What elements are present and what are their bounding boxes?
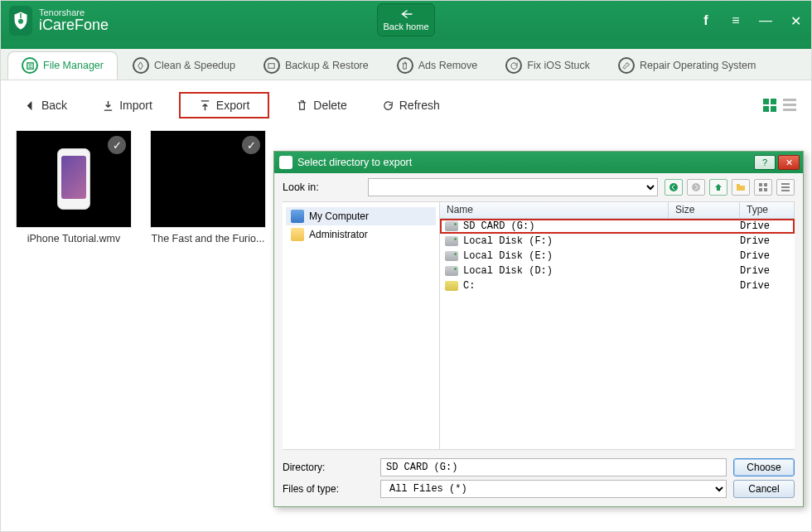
export-dialog: Select directory to export ? ✕ Look in: …	[273, 151, 804, 507]
refresh-button[interactable]: Refresh	[374, 95, 448, 115]
row-name: SD CARD (G:)	[463, 220, 669, 232]
close-button[interactable]: ✕	[788, 13, 803, 29]
tab-label: Ads Remove	[418, 60, 478, 71]
list-row[interactable]: SD CARD (G:) Drive	[440, 219, 795, 234]
directory-row: Directory: Choose	[283, 458, 795, 476]
file-item[interactable]: ✓ The Fast and the Furio...	[150, 130, 266, 244]
nav-forward-icon[interactable]	[687, 179, 705, 196]
minimize-button[interactable]: —	[758, 13, 773, 28]
thumbnail-frame: ✓	[16, 130, 132, 228]
facebook-icon[interactable]: f	[698, 13, 713, 28]
wrench-icon	[618, 57, 635, 74]
dialog-body: My Computer Administrator Name Size Type…	[283, 201, 795, 450]
list-rows: SD CARD (G:) Drive Local Disk (F:) Drive…	[440, 219, 795, 449]
cancel-button[interactable]: Cancel	[733, 480, 795, 498]
folder-icon	[291, 228, 304, 241]
tab-label: Backup & Restore	[285, 60, 369, 71]
tree-label: My Computer	[309, 210, 369, 222]
dialog-title: Select directory to export	[297, 157, 412, 168]
list-header: Name Size Type	[440, 202, 795, 219]
file-item[interactable]: ✓ iPhone Tutorial.wmv	[16, 130, 132, 244]
nav-up-icon[interactable]	[709, 179, 727, 196]
trash-icon	[397, 57, 413, 74]
backup-icon	[263, 57, 280, 74]
view-list-icon[interactable]	[776, 179, 795, 196]
filetype-select[interactable]: All Files (*)	[380, 480, 727, 498]
tree-administrator[interactable]: Administrator	[286, 225, 436, 244]
directory-input[interactable]	[380, 458, 727, 476]
import-label: Import	[119, 99, 152, 112]
drive-icon	[445, 251, 458, 261]
row-type: Drive	[740, 220, 795, 232]
list-row[interactable]: C: Drive	[440, 278, 795, 293]
svg-rect-9	[764, 188, 767, 191]
app-logo	[9, 6, 32, 36]
col-type[interactable]: Type	[740, 202, 795, 218]
svg-rect-5	[737, 184, 740, 186]
tab-fix-ios-stuck[interactable]: Fix iOS Stuck	[492, 51, 603, 80]
title-controls: f ≡ — ✕	[698, 13, 803, 29]
row-name: C:	[463, 280, 669, 292]
delete-button[interactable]: Delete	[288, 95, 355, 115]
view-grid-icon[interactable]	[754, 179, 772, 196]
tree-label: Administrator	[309, 229, 368, 240]
row-type: Drive	[740, 235, 795, 247]
drive-icon	[445, 236, 458, 246]
brand-block: Tenorshare iCareFone	[39, 8, 109, 34]
list-row[interactable]: Local Disk (F:) Drive	[440, 234, 795, 249]
tab-ads-remove[interactable]: Ads Remove	[384, 51, 491, 80]
file-manager-icon	[22, 57, 38, 74]
nav-back-icon[interactable]	[665, 179, 683, 196]
lookin-select[interactable]	[368, 178, 658, 196]
col-name[interactable]: Name	[440, 202, 669, 218]
drive-icon	[445, 266, 458, 276]
import-button[interactable]: Import	[94, 95, 161, 115]
computer-icon	[291, 210, 304, 223]
row-name: Local Disk (D:)	[463, 265, 669, 277]
phone-mock-icon	[57, 148, 90, 210]
svg-rect-6	[759, 183, 762, 186]
svg-point-3	[692, 183, 700, 191]
brand-name: iCareFone	[39, 17, 109, 34]
tab-clean-speedup[interactable]: Clean & Speedup	[119, 51, 249, 80]
check-icon[interactable]: ✓	[242, 136, 260, 154]
back-button[interactable]: Back	[16, 95, 75, 115]
back-label: Back	[41, 99, 67, 112]
tab-backup-restore[interactable]: Backup & Restore	[250, 51, 382, 80]
menu-icon[interactable]: ≡	[728, 13, 743, 28]
row-name: Local Disk (E:)	[463, 250, 669, 262]
tab-file-manager[interactable]: File Manager	[7, 51, 118, 80]
lookin-label: Look in:	[283, 181, 361, 193]
new-folder-icon[interactable]	[732, 179, 750, 196]
list-row[interactable]: Local Disk (D:) Drive	[440, 264, 795, 278]
dialog-titlebar: Select directory to export ? ✕	[274, 152, 803, 173]
dialog-close-button[interactable]: ✕	[778, 155, 800, 170]
check-icon[interactable]: ✓	[108, 136, 126, 154]
col-size[interactable]: Size	[669, 202, 740, 218]
tab-repair-os[interactable]: Repair Operating System	[605, 51, 769, 80]
tree-my-computer[interactable]: My Computer	[286, 207, 436, 225]
export-label: Export	[216, 99, 249, 112]
back-home-button[interactable]: Back home	[377, 3, 435, 36]
file-caption: The Fast and the Furio...	[150, 233, 266, 244]
nav-icons	[665, 179, 795, 196]
row-type: Drive	[740, 280, 795, 292]
choose-button[interactable]: Choose	[733, 458, 795, 476]
drive-icon	[445, 221, 458, 231]
file-caption: iPhone Tutorial.wmv	[16, 233, 132, 244]
export-button[interactable]: Export	[179, 92, 269, 118]
svg-rect-7	[764, 183, 767, 186]
list-row[interactable]: Local Disk (E:) Drive	[440, 249, 795, 264]
help-button[interactable]: ?	[754, 155, 776, 170]
refresh-icon	[505, 57, 522, 74]
row-type: Drive	[740, 250, 795, 262]
lookin-row: Look in:	[274, 173, 803, 201]
brand-vendor: Tenorshare	[39, 8, 109, 17]
row-name: Local Disk (F:)	[463, 235, 669, 247]
svg-rect-8	[759, 188, 762, 191]
list-view-icon[interactable]	[783, 99, 796, 112]
toolbar: Back Import Export Delete Refresh	[1, 89, 811, 122]
view-switch	[763, 99, 796, 112]
grid-view-icon[interactable]	[763, 99, 776, 112]
drive-icon	[445, 281, 458, 291]
